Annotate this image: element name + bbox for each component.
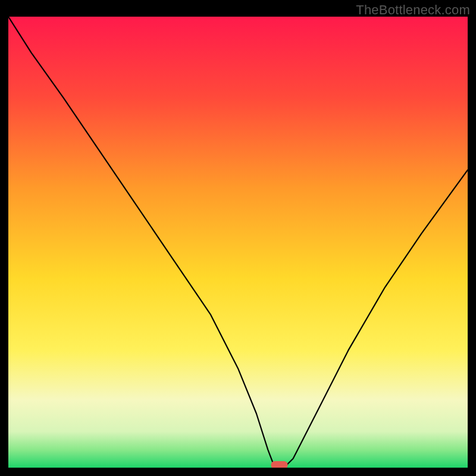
optimal-marker <box>271 461 288 468</box>
gradient-background <box>8 17 468 468</box>
plot-area <box>8 17 468 468</box>
chart-svg <box>8 17 468 468</box>
watermark-text: TheBottleneck.com <box>356 2 470 18</box>
chart-frame: TheBottleneck.com <box>0 0 476 476</box>
